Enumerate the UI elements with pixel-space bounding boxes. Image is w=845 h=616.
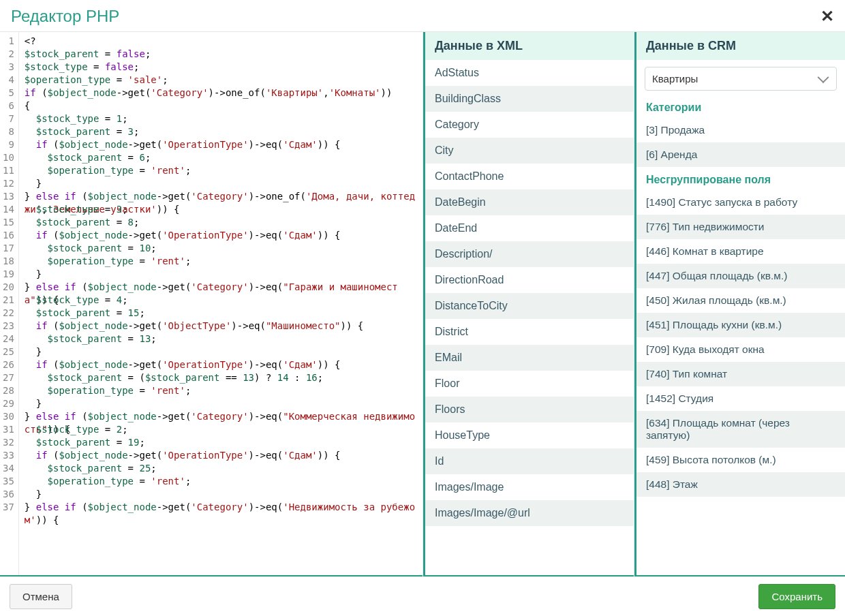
crm-field-item[interactable]: [451] Площадь кухни (кв.м.)	[636, 313, 845, 337]
crm-field-item[interactable]: [450] Жилая площадь (кв.м.)	[636, 288, 845, 313]
crm-field-item[interactable]: [446] Комнат в квартире	[636, 239, 845, 264]
crm-fields-label: Несгруппироване поля	[636, 167, 845, 190]
crm-field-item[interactable]: [447] Общая площадь (кв.м.)	[636, 264, 845, 288]
crm-field-item[interactable]: [448] Этаж	[636, 472, 845, 497]
xml-item[interactable]: ContactPhone	[425, 164, 634, 189]
cancel-button[interactable]: Отмена	[10, 584, 72, 609]
xml-item[interactable]: BuildingClass	[425, 86, 634, 112]
xml-item[interactable]: Images/Image/@url	[425, 500, 634, 526]
xml-item[interactable]: EMail	[425, 345, 634, 371]
xml-item[interactable]: DirectionRoad	[425, 267, 634, 293]
crm-field-item[interactable]: [459] Высота потолков (м.)	[636, 448, 845, 472]
close-icon[interactable]: ✕	[820, 7, 834, 26]
crm-category-item[interactable]: [3] Продажа	[636, 118, 845, 142]
xml-item[interactable]: AdStatus	[425, 60, 634, 86]
crm-field-item[interactable]: [1452] Студия	[636, 386, 845, 411]
crm-panel-heading: Данные в CRM	[636, 32, 845, 60]
xml-item[interactable]: HouseType	[425, 422, 634, 448]
xml-item[interactable]: District	[425, 319, 634, 345]
xml-item[interactable]: Description/	[425, 241, 634, 267]
crm-field-item[interactable]: [709] Куда выходят окна	[636, 337, 845, 362]
crm-type-select[interactable]: Квартиры	[645, 67, 837, 91]
xml-item[interactable]: Images/Image	[425, 474, 634, 500]
crm-field-item[interactable]: [776] Тип недвижимости	[636, 215, 845, 239]
crm-field-item[interactable]: [1490] Статус запуска в работу	[636, 190, 845, 215]
crm-categories-label: Категории	[636, 95, 845, 118]
crm-category-item[interactable]: [6] Аренда	[636, 142, 845, 167]
page-title: Редактор PHP	[11, 7, 119, 26]
crm-field-item[interactable]: [634] Площадь комнат (через запятую)	[636, 411, 845, 448]
crm-field-item[interactable]: [740] Тип комнат	[636, 362, 845, 386]
xml-item[interactable]: City	[425, 138, 634, 164]
xml-item[interactable]: Category	[425, 112, 634, 138]
save-button[interactable]: Сохранить	[758, 584, 835, 609]
xml-panel: Данные в XML AdStatusBuildingClassCatego…	[422, 32, 634, 576]
xml-item[interactable]: DateEnd	[425, 215, 634, 241]
xml-item[interactable]: Floors	[425, 397, 634, 422]
xml-item[interactable]: DateBegin	[425, 189, 634, 215]
xml-panel-heading: Данные в XML	[425, 32, 634, 60]
crm-panel: Данные в CRM Квартиры Категории [3] Прод…	[634, 32, 845, 576]
xml-item[interactable]: DistanceToCity	[425, 293, 634, 319]
code-editor[interactable]: 1234567891011121314151617181920212223242…	[0, 32, 422, 576]
xml-item[interactable]: Id	[425, 448, 634, 474]
xml-item[interactable]: Floor	[425, 371, 634, 397]
